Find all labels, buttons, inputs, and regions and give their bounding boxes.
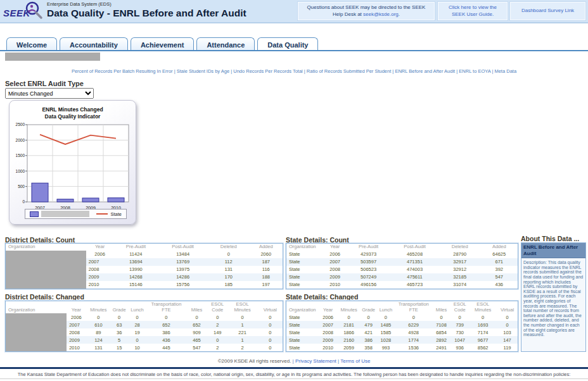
district-changed-table: OrganizationYearMinutesGradeLunchTranspo…: [5, 301, 283, 352]
cell: 1485: [376, 321, 395, 328]
cell: 221: [227, 328, 258, 336]
cell: 358: [361, 344, 377, 351]
redacted-legend-label: [41, 211, 89, 217]
cell: 103: [497, 328, 518, 336]
svg-text:0: 0: [22, 199, 25, 204]
cell: 14286: [158, 273, 208, 281]
nav-link[interactable]: Percent of Records Per Batch Resulting I…: [72, 68, 173, 74]
column-header: Virtual: [258, 301, 283, 313]
cell: 2010: [67, 344, 86, 351]
cell: 0: [208, 251, 250, 258]
bar: [82, 198, 99, 202]
chart-title: ENRL Minutes Changed Data Quality Indica…: [10, 106, 136, 120]
column-header: Minutes: [86, 301, 111, 313]
cell: 652: [186, 321, 208, 328]
privacy-link[interactable]: Privacy Statement: [295, 358, 336, 364]
cell: 386: [147, 328, 186, 336]
cell: 2006: [86, 251, 114, 258]
cell: 0: [258, 328, 283, 336]
nav-link[interactable]: Undo Records Per Records Total: [233, 68, 303, 74]
cell: 0: [186, 313, 208, 321]
cell: 13990: [113, 266, 158, 273]
cell: 2060: [250, 251, 283, 258]
state-count-table: OrganizationYearPre-AuditPost-AuditDelet…: [286, 243, 518, 289]
nav-link[interactable]: ENRL Before and After Audit: [395, 68, 455, 74]
cell: 15146: [113, 281, 158, 289]
cell: 730: [451, 328, 469, 336]
cell: 1585: [376, 328, 395, 336]
column-header: Minutes: [337, 301, 361, 313]
app-header: SEEK Enterprise Data System (EDS) Data Q…: [0, 0, 588, 23]
cell: 507249: [347, 273, 390, 281]
cell: 0: [337, 313, 361, 321]
column-header: ESOL Minutes: [469, 301, 497, 313]
cell: State: [286, 281, 323, 289]
column-header: Grade: [361, 301, 377, 313]
tab-bar: WelcomeAccountabilityAchievementAttendan…: [0, 35, 588, 51]
cell: 436: [147, 336, 186, 344]
bar: [108, 198, 124, 202]
nav-link[interactable]: Meta Data: [494, 68, 516, 74]
chart-svg: 050010001500200025002007200820092010: [11, 121, 135, 213]
tab-welcome[interactable]: Welcome: [6, 37, 57, 51]
enrl-audit-type-select[interactable]: Minutes Changed: [5, 88, 94, 99]
user-guide-link[interactable]: Click here to view the SEEK User Guide.: [442, 4, 504, 18]
dashboard-survey-link[interactable]: Dashboard Survey Link: [521, 8, 574, 14]
header-text: Enterprise Data System (EDS) Data Qualit…: [47, 1, 246, 19]
cell: 1047: [451, 336, 469, 344]
about-title: About This Data ...: [521, 235, 579, 242]
cell: 1536: [395, 344, 432, 351]
column-header: Organization: [6, 301, 67, 313]
cell: 11424: [113, 251, 158, 258]
table-row: State2007218147914856229710873916930: [286, 321, 518, 328]
cell: 19: [127, 328, 147, 336]
footer-copyright: ©2009 KSDE All rights reserved. | Privac…: [0, 358, 588, 364]
column-header: ESOL Minutes: [227, 301, 258, 313]
about-box: ENRL Before and After Audit Description:…: [521, 242, 586, 352]
cell: 547: [481, 273, 518, 281]
tab-accountability[interactable]: Accountability: [60, 37, 128, 51]
terms-link[interactable]: Terms of Use: [340, 358, 370, 364]
cell: 909: [186, 328, 208, 336]
column-header: Lunch: [127, 301, 147, 313]
tab-achievement[interactable]: Achievement: [131, 37, 194, 51]
cell: 475611: [390, 273, 439, 281]
help-desk-email-link[interactable]: seek@ksde.org: [363, 11, 399, 17]
cell: 0: [432, 313, 451, 321]
cell: 547: [186, 344, 208, 351]
table-row: State20064293734652082879064625: [286, 251, 518, 258]
column-header: Year: [319, 301, 337, 313]
cell: 89: [86, 328, 111, 336]
cell: 13484: [158, 251, 208, 258]
table-row: 2006114241348402060: [6, 251, 283, 258]
cell: 436: [481, 281, 518, 289]
nav-link[interactable]: Ratio of Records Submitted Per Student: [307, 68, 391, 74]
cell: 131: [208, 266, 250, 273]
help-desk-box: Questions about SEEK may be directed to …: [298, 2, 435, 20]
help-desk-text: Questions about SEEK may be directed to …: [302, 4, 431, 18]
district-count-table: OrganizationYearPre-AuditPost-AuditDelet…: [5, 243, 283, 289]
quality-nav: Percent of Records Per Batch Resulting I…: [0, 68, 588, 74]
table-row: State20102059358993153624919368562119: [286, 344, 518, 351]
cell: State: [286, 328, 319, 336]
bar-swatch-icon: [30, 211, 39, 217]
cell: 2006: [323, 251, 347, 258]
legend-label: State: [110, 211, 122, 217]
nav-link[interactable]: Stale Student IDs by Age: [177, 68, 229, 74]
system-label: Enterprise Data System (EDS): [47, 1, 246, 7]
cell: 13769: [158, 258, 208, 266]
column-header: Lunch: [376, 301, 395, 313]
cell: 0: [497, 313, 518, 321]
nav-link[interactable]: ENRL to EOYA: [459, 68, 490, 74]
cell: 0: [258, 336, 283, 344]
svg-text:1500: 1500: [16, 153, 25, 158]
cell: 1028: [376, 336, 395, 344]
tab-attendance[interactable]: Attendance: [196, 37, 255, 51]
tab-data-quality[interactable]: Data Quality: [257, 37, 318, 51]
cell: 0: [258, 321, 283, 328]
column-header: Pre-Audit: [347, 244, 390, 251]
chart-panel: ENRL Minutes Changed Data Quality Indica…: [9, 100, 136, 225]
about-box-header: ENRL Before and After Audit: [521, 243, 585, 258]
cell: 0: [376, 313, 395, 321]
bar: [32, 183, 48, 202]
